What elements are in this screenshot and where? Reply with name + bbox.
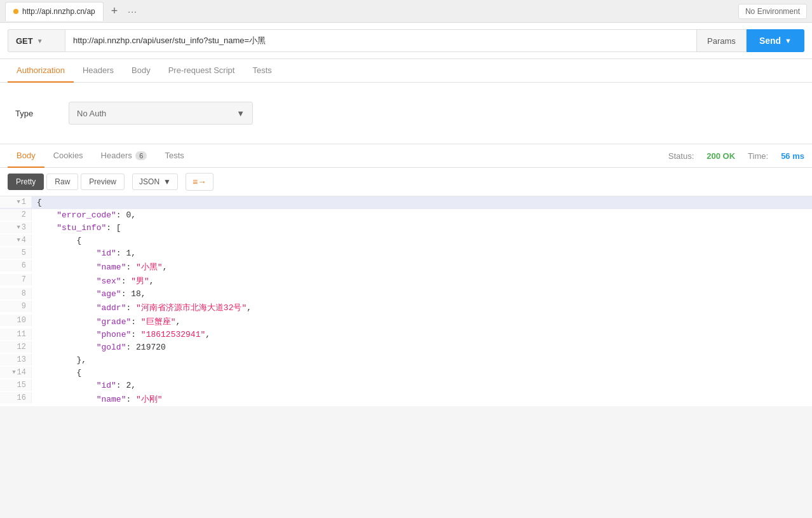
line-num-16: 16 — [0, 392, 32, 404]
auth-section: Type No Auth ▼ — [0, 83, 812, 144]
line-num-3: ▼ 3 — [0, 222, 32, 233]
format-preview-button[interactable]: Preview — [81, 174, 125, 190]
json-format-label: JSON — [139, 177, 159, 186]
time-label: Time: — [748, 151, 768, 161]
json-line-11: 11 "phone": "18612532941", — [0, 329, 812, 341]
line-num-12: 12 — [0, 341, 32, 353]
line-num-5: 5 — [0, 247, 32, 259]
request-bar: GET ▼ Params Send ▼ — [0, 23, 812, 59]
json-content-8: "age": 18, — [32, 288, 151, 300]
wrap-button[interactable]: ≡→ — [186, 173, 213, 191]
tab-dot — [13, 9, 18, 14]
json-content-5: "id": 1, — [32, 247, 141, 259]
json-format-select[interactable]: JSON ▼ — [132, 174, 178, 190]
json-line-2: 2 "error_code": 0, — [0, 209, 812, 222]
json-content-2: "error_code": 0, — [32, 209, 141, 221]
json-line-12: 12 "gold": 219720 — [0, 341, 812, 354]
json-content-4: { — [32, 235, 86, 247]
tab-pre-request-script[interactable]: Pre-request Script — [159, 59, 244, 83]
line-num-14: ▼ 14 — [0, 367, 32, 378]
json-content-16: "name": "小刚" — [32, 392, 168, 406]
line-num-4: ▼ 4 — [0, 235, 32, 246]
tab-body[interactable]: Body — [123, 59, 159, 83]
env-selector[interactable]: No Environment — [738, 4, 807, 19]
json-line-1: ▼ 1 { — [0, 196, 812, 209]
fold-arrow-14[interactable]: ▼ — [12, 369, 15, 376]
json-content-6: "name": "小黑", — [32, 260, 172, 274]
line-num-13: 13 — [0, 354, 32, 365]
response-tabs-bar: Body Cookies Headers 6 Tests Status: 200… — [0, 144, 812, 168]
time-value: 56 ms — [781, 151, 804, 161]
line-num-9: 9 — [0, 301, 32, 312]
json-line-14: ▼ 14 { — [0, 367, 812, 379]
auth-type-row: Type No Auth ▼ — [15, 102, 797, 125]
format-pretty-button[interactable]: Pretty — [8, 174, 44, 190]
auth-type-select[interactable]: No Auth ▼ — [69, 102, 253, 125]
line-num-2: 2 — [0, 209, 32, 221]
json-line-5: 5 "id": 1, — [0, 247, 812, 260]
tab-bar: http://api.nnzhp.cn/ap + ··· No Environm… — [0, 0, 812, 23]
json-content-11: "phone": "18612532941", — [32, 329, 215, 341]
params-button[interactable]: Params — [697, 29, 747, 52]
status-value: 200 OK — [707, 151, 735, 161]
fold-arrow-4[interactable]: ▼ — [17, 237, 20, 243]
json-content-14: { — [32, 367, 86, 379]
auth-type-label: Type — [15, 109, 53, 118]
line-num-1: ▼ 1 — [0, 196, 32, 208]
json-line-4: ▼ 4 { — [0, 235, 812, 247]
tab-label: http://api.nnzhp.cn/ap — [22, 7, 95, 16]
wrap-icon: ≡→ — [193, 177, 206, 187]
line-num-11: 11 — [0, 329, 32, 340]
tab-headers[interactable]: Headers — [74, 59, 123, 83]
line-num-15: 15 — [0, 379, 32, 391]
json-line-9: 9 "addr": "河南省济源市北海大道32号", — [0, 301, 812, 315]
json-content-3: "stu_info": [ — [32, 222, 126, 234]
line-num-7: 7 — [0, 274, 32, 285]
url-input[interactable] — [65, 29, 697, 52]
send-dropdown-icon: ▼ — [785, 37, 792, 44]
tab-authorization[interactable]: Authorization — [8, 59, 74, 83]
resp-tab-tests[interactable]: Tests — [156, 144, 193, 168]
tab-tests[interactable]: Tests — [243, 59, 280, 83]
headers-badge: 6 — [135, 151, 147, 160]
json-content-12: "gold": 219720 — [32, 341, 171, 353]
json-viewer: ▼ 1 { 2 "error_code": 0, ▼ 3 "stu_info":… — [0, 196, 812, 406]
line-num-8: 8 — [0, 288, 32, 299]
resp-tab-cookies[interactable]: Cookies — [44, 144, 92, 168]
auth-type-arrow-icon: ▼ — [236, 109, 245, 118]
json-line-7: 7 "sex": "男", — [0, 274, 812, 288]
add-tab-button[interactable]: + — [106, 4, 123, 18]
resp-tab-body[interactable]: Body — [8, 144, 44, 168]
request-tabs: Authorization Headers Body Pre-request S… — [0, 59, 812, 83]
method-arrow-icon: ▼ — [37, 37, 43, 44]
json-line-15: 15 "id": 2, — [0, 379, 812, 392]
json-format-arrow-icon: ▼ — [163, 177, 171, 186]
json-content-13: }, — [32, 354, 91, 366]
json-content-9: "addr": "河南省济源市北海大道32号", — [32, 301, 257, 315]
json-content-10: "grade": "巨蟹座", — [32, 315, 186, 329]
send-label: Send — [759, 36, 781, 46]
send-button[interactable]: Send ▼ — [747, 29, 804, 52]
format-raw-button[interactable]: Raw — [46, 174, 78, 190]
json-line-8: 8 "age": 18, — [0, 288, 812, 301]
method-select[interactable]: GET ▼ — [8, 29, 65, 52]
line-num-10: 10 — [0, 315, 32, 326]
json-line-16: 16 "name": "小刚" — [0, 392, 812, 406]
format-bar: Pretty Raw Preview JSON ▼ ≡→ — [0, 168, 812, 196]
fold-arrow-3[interactable]: ▼ — [17, 224, 20, 231]
json-line-6: 6 "name": "小黑", — [0, 260, 812, 274]
fold-arrow-1[interactable]: ▼ — [17, 199, 20, 205]
status-label: Status: — [668, 151, 694, 161]
more-tabs-button[interactable]: ··· — [123, 6, 142, 17]
resp-tab-headers[interactable]: Headers 6 — [92, 144, 156, 168]
json-line-3: ▼ 3 "stu_info": [ — [0, 222, 812, 235]
json-content-7: "sex": "男", — [32, 274, 159, 288]
response-status-bar: Status: 200 OK Time: 56 ms — [668, 151, 804, 161]
auth-type-value: No Auth — [77, 109, 106, 118]
json-line-13: 13 }, — [0, 354, 812, 367]
method-label: GET — [16, 36, 33, 46]
json-content-15: "id": 2, — [32, 379, 141, 392]
active-tab[interactable]: http://api.nnzhp.cn/ap — [5, 2, 104, 21]
json-content-1: { — [32, 196, 47, 208]
json-line-10: 10 "grade": "巨蟹座", — [0, 315, 812, 329]
